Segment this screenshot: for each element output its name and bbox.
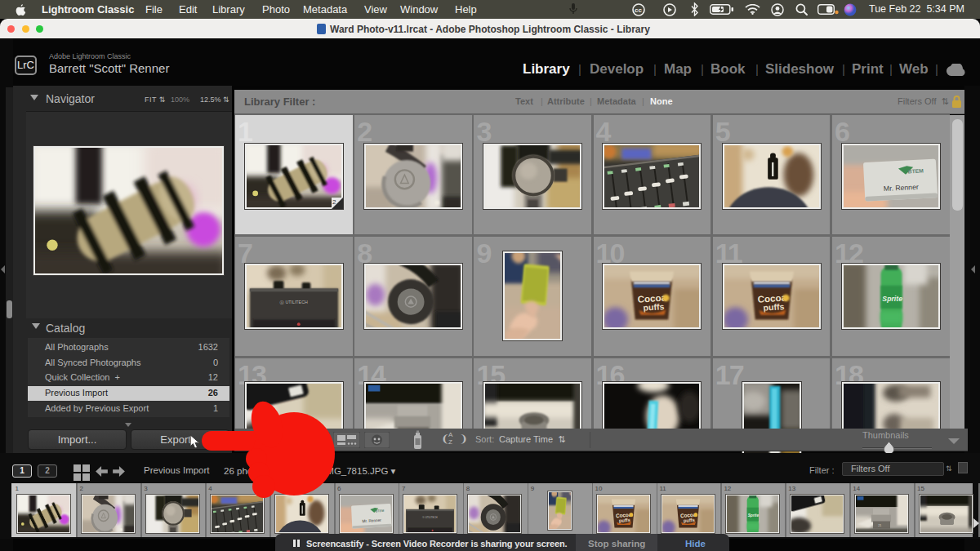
svg-text:2: 2: [332, 198, 336, 206]
svg-text:cc: cc: [635, 7, 642, 14]
